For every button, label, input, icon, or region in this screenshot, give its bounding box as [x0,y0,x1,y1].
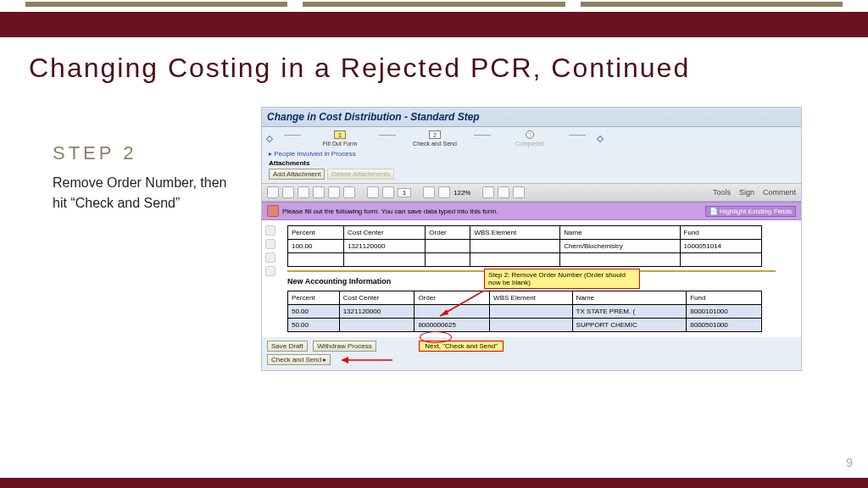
page-up-icon[interactable] [367,186,379,198]
zoom-level[interactable]: 122% [453,189,470,197]
page-field[interactable]: 1 [398,188,411,197]
save2-icon[interactable] [482,186,494,198]
accounting-table-1: Percent Cost Center Order WBS Element Na… [287,225,762,267]
tools-tab[interactable]: Tools [713,188,731,197]
page-down-icon[interactable] [382,186,394,198]
sign-icon[interactable] [265,266,275,276]
upload-icon[interactable] [313,186,325,198]
progress-step-3: 3 [526,130,534,139]
fullscreen-icon[interactable] [513,186,525,198]
highlight-fields-button[interactable]: 📄 Highlight Existing Fields [705,206,796,217]
bookmark-icon[interactable] [265,239,275,249]
app-screenshot: Change in Cost Distribution - Standard S… [261,107,802,371]
page-thumb-icon[interactable] [265,225,275,236]
print-icon[interactable] [328,186,340,198]
page-number: 9 [846,456,853,469]
fit-icon[interactable] [498,186,509,198]
window-title: Change in Cost Distribution - Standard S… [262,108,801,127]
form-icon [267,205,279,217]
accounting-table-2: Percent Cost Center Order WBS Element Na… [287,291,762,332]
export-icon[interactable] [298,186,309,198]
pdf-side-icons [265,225,277,280]
pdf-icon[interactable] [282,186,294,198]
check-and-send-button[interactable]: Check and Send ▸ [267,354,331,365]
sign-tab[interactable]: Sign [739,188,754,197]
save-icon[interactable] [267,186,279,198]
progress-bar: 1 Fill Out Form 2 Check and Send 3 Compl… [262,127,801,148]
svg-marker-3 [342,357,348,363]
svg-marker-1 [440,309,448,316]
pdf-toolbar: 1 122% Tools Sign Comment [262,183,801,202]
step-label: STEP 2 [53,142,239,164]
footer-band [0,478,868,488]
zoom-in-icon[interactable] [438,186,450,198]
callout-step2: Step 2: Remove Order Number (Order shoul… [484,269,640,289]
comment-tab[interactable]: Comment [763,188,796,197]
withdraw-process-button[interactable]: Withdraw Process [313,341,376,352]
zoom-out-icon[interactable] [423,186,435,198]
form-info-bar: Please fill out the following form. You … [262,202,801,220]
attachments-label: Attachments [262,159,801,167]
table-row: 50.00 1321120000 TX STATE PREM. ( 800010… [288,305,762,319]
table-row: 50.00 8000000625 SUPPORT CHEMIC 80005010… [288,319,762,332]
progress-step-1[interactable]: 1 [334,130,346,139]
delete-attachments-button: Delete Attachments [327,169,394,180]
progress-step-2[interactable]: 2 [429,130,441,139]
slide-title: Changing Costing in a Rejected PCR, Cont… [29,53,690,84]
people-involved-link[interactable]: ▸ People Involved in Process [262,148,363,159]
table-row [288,253,762,267]
add-attachment-button[interactable]: Add Attachment [269,169,325,180]
mail-icon[interactable] [343,186,355,198]
order-highlight-oval [420,331,452,343]
step-body: Remove Order Number, then hit “Check and… [53,173,239,214]
attach-icon[interactable] [265,252,275,263]
table-row: 100.00 1321120000 Chem/Biochemistry 1000… [288,240,762,253]
save-draft-button[interactable]: Save Draft [267,341,308,352]
header-band [0,12,868,37]
